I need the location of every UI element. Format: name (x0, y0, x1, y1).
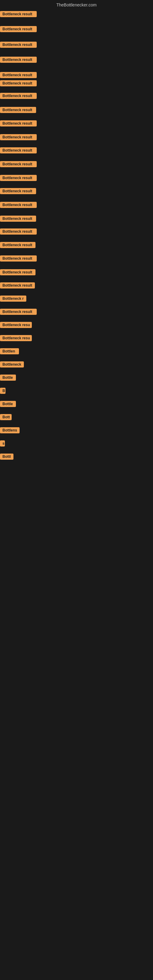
bottleneck-result-badge-13: Bottleneck result (0, 175, 37, 182)
bottleneck-result-badge-16: Bottleneck result (0, 216, 36, 223)
badge-label-20: Bottleneck result (0, 269, 35, 275)
badge-label-22: Bottleneck r (0, 296, 26, 302)
badge-label-18: Bottleneck result (0, 242, 35, 248)
bottleneck-result-badge-23: Bottleneck result (0, 309, 37, 316)
bottleneck-result-badge-20: Bottleneck result (0, 269, 35, 277)
site-header: TheBottlenecker.com (0, 0, 153, 9)
badge-label-13: Bottleneck result (0, 175, 37, 181)
bottleneck-result-badge-6: Bottleneck result (0, 80, 37, 88)
bottleneck-result-badge-27: Bottleneck (0, 361, 24, 369)
badge-label-21: Bottleneck result (0, 282, 35, 288)
badge-label-4: Bottleneck result (0, 57, 37, 63)
bottleneck-result-badge-17: Bottleneck result (0, 229, 37, 236)
badge-label-16: Bottleneck result (0, 216, 36, 222)
badge-label-27: Bottleneck (0, 361, 24, 368)
badge-label-12: Bottleneck result (0, 161, 37, 167)
bottleneck-result-badge-33: s (0, 441, 5, 448)
badge-label-23: Bottleneck result (0, 309, 37, 315)
bottleneck-result-badge-31: Bott (0, 414, 12, 422)
badge-label-6: Bottleneck result (0, 80, 37, 86)
bottleneck-result-badge-12: Bottleneck result (0, 161, 37, 169)
bottleneck-result-badge-32: Bottlens (0, 427, 19, 434)
badge-label-9: Bottleneck result (0, 120, 37, 126)
badge-label-34: Bottl (0, 453, 13, 460)
bottleneck-result-badge-22: Bottleneck r (0, 296, 26, 303)
bottleneck-result-badge-25: Bottleneck resu (0, 335, 32, 342)
badge-label-25: Bottleneck resu (0, 335, 32, 341)
bottleneck-result-badge-2: Bottleneck result (0, 26, 37, 33)
badge-label-8: Bottleneck result (0, 107, 36, 113)
badge-label-15: Bottleneck result (0, 202, 37, 208)
bottleneck-result-badge-5: Bottleneck result (0, 72, 37, 79)
badge-label-32: Bottlens (0, 427, 19, 433)
bottleneck-result-badge-14: Bottleneck result (0, 188, 36, 196)
badge-label-26: Bottlen (0, 348, 19, 354)
bottleneck-result-badge-9: Bottleneck result (0, 120, 37, 128)
bottleneck-result-badge-4: Bottleneck result (0, 57, 37, 64)
badge-label-31: Bott (0, 414, 12, 420)
bottleneck-result-badge-34: Bottl (0, 453, 13, 461)
bottleneck-result-badge-29: B (0, 388, 5, 395)
bottleneck-result-badge-18: Bottleneck result (0, 242, 35, 249)
badge-label-29: B (0, 388, 5, 394)
badge-label-28: Bottle (0, 375, 16, 381)
badge-label-7: Bottleneck result (0, 93, 37, 99)
bottleneck-result-badge-28: Bottle (0, 375, 16, 382)
badge-label-17: Bottleneck result (0, 229, 37, 235)
badge-label-3: Bottleneck result (0, 41, 37, 48)
badge-label-24: Bottleneck resu (0, 322, 32, 328)
badge-label-19: Bottleneck result (0, 255, 37, 261)
badge-label-33: s (0, 441, 5, 447)
badge-label-1: Bottleneck result (0, 11, 37, 17)
badge-label-14: Bottleneck result (0, 188, 36, 194)
bottleneck-result-badge-3: Bottleneck result (0, 41, 37, 49)
badge-label-11: Bottleneck result (0, 147, 37, 153)
bottleneck-result-badge-24: Bottleneck resu (0, 322, 32, 329)
bottleneck-result-badge-8: Bottleneck result (0, 107, 36, 114)
badge-label-5: Bottleneck result (0, 72, 37, 78)
badge-label-30: Bottle (0, 401, 16, 407)
bottleneck-result-badge-19: Bottleneck result (0, 255, 37, 263)
bottleneck-result-badge-11: Bottleneck result (0, 147, 37, 155)
bottleneck-result-badge-7: Bottleneck result (0, 93, 37, 100)
bottleneck-result-badge-10: Bottleneck result (0, 134, 37, 142)
bottleneck-result-badge-15: Bottleneck result (0, 202, 37, 209)
bottleneck-result-badge-30: Bottle (0, 401, 16, 408)
bottleneck-result-badge-21: Bottleneck result (0, 282, 35, 290)
badge-label-2: Bottleneck result (0, 26, 37, 32)
bottleneck-result-badge-26: Bottlen (0, 348, 19, 356)
badge-label-10: Bottleneck result (0, 134, 37, 140)
bottleneck-result-badge-1: Bottleneck result (0, 11, 37, 18)
